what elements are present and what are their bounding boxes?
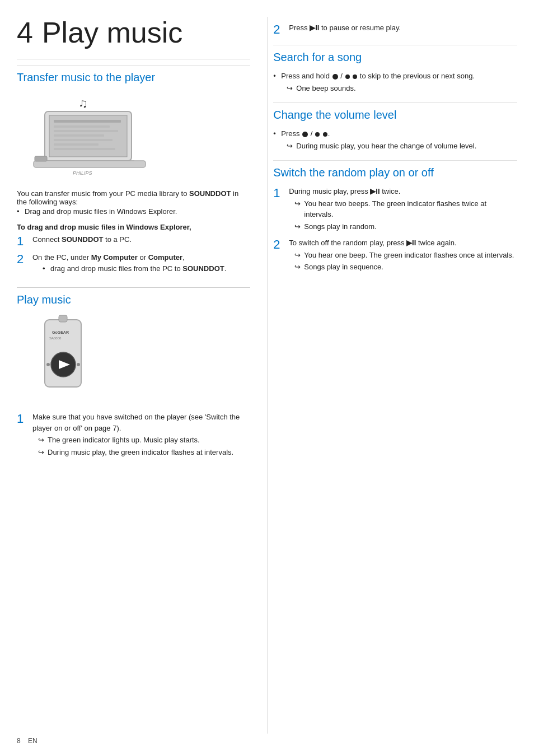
player-image: GoGEAR SA0000 [28, 314, 101, 404]
section-divider-top [17, 59, 250, 59]
step-2-content: On the PC, under My Computer or Computer… [32, 252, 250, 277]
svg-text:GoGEAR: GoGEAR [52, 330, 69, 334]
svg-rect-6 [54, 134, 104, 137]
random-step-2-number: 2 [273, 237, 289, 252]
svg-rect-7 [54, 139, 113, 141]
random-step-2-arrow1: ↪ You hear one beep. The green indicator… [294, 250, 517, 261]
page: 4Play music Transfer music to the player… [0, 0, 534, 756]
svg-rect-9 [54, 148, 115, 150]
play-step-1-arrow2: ↪ During music play, the green indicator… [38, 447, 250, 458]
random-step-1-content: During music play, press ▶II twice. ↪ Yo… [289, 186, 517, 233]
step-2-subbullet: drag and drop music files from the PC to… [43, 263, 250, 274]
transfer-description: You can transfer music from your PC medi… [17, 189, 250, 206]
page-footer: 8 EN [17, 737, 38, 745]
random-step-1: 1 During music play, press ▶II twice. ↪ … [273, 186, 517, 233]
volume-bullet-item: Press / . ↪ During music play, you hear … [273, 128, 517, 151]
random-step-1-number: 1 [273, 186, 289, 200]
svg-rect-10 [34, 161, 146, 167]
svg-point-19 [46, 363, 50, 366]
play-step-1: 1 Make sure that you have switched on th… [17, 412, 250, 459]
play-step-1-number: 1 [17, 412, 32, 426]
svg-text:PHILIPS: PHILIPS [73, 170, 92, 176]
chapter-heading: 4Play music [17, 17, 250, 49]
transfer-bullet-item: Drag and drop music files in Windows Exp… [17, 206, 250, 217]
play-step-1-arrow1: ↪ The green indicator lights up. Music p… [38, 435, 250, 446]
dot-icon-3 [353, 74, 357, 79]
volume-section-heading: Change the volume level [273, 102, 517, 122]
step-2-number: 2 [17, 252, 32, 267]
chapter-number: 4 [17, 16, 33, 49]
player-svg: GoGEAR SA0000 [28, 314, 101, 401]
dot-icon-1 [332, 74, 338, 80]
dot-icon-vol-3 [323, 132, 327, 137]
transfer-step-1: 1 Connect SOUNDDOT to a PC. [17, 234, 250, 249]
svg-text:♫: ♫ [78, 96, 88, 110]
svg-point-20 [77, 363, 80, 366]
random-step-2-arrow2: ↪ Songs play in sequence. [294, 262, 517, 273]
search-bullet-item: Press and hold / to skip to the previous… [273, 71, 517, 94]
random-step-1-arrow1: ↪ You hear two beeps. The green indicato… [294, 198, 517, 220]
left-column: 4Play music Transfer music to the player… [17, 17, 267, 734]
subsection-heading: To drag and drop music files in Windows … [17, 223, 250, 231]
svg-rect-21 [59, 315, 67, 322]
volume-arrow1: ↪ During music play, you hear the change… [287, 141, 517, 152]
random-step-2-content: To switch off the random play, press ▶II… [289, 237, 517, 274]
transfer-section-heading: Transfer music to the player [17, 65, 250, 84]
random-section-heading: Switch the random play on or off [273, 160, 517, 179]
right-column: 2 Press ▶II to pause or resume play. Sea… [267, 17, 517, 734]
svg-rect-3 [54, 120, 121, 123]
search-arrow1: ↪ One beep sounds. [287, 83, 517, 94]
dot-icon-vol-1 [302, 132, 308, 137]
svg-rect-4 [54, 125, 110, 128]
play-music-heading: Play music [17, 293, 250, 306]
right-step-2-content: Press ▶II to pause or resume play. [289, 22, 517, 34]
transfer-image: ♫ PHILIPS [28, 92, 151, 181]
svg-rect-12 [35, 156, 47, 161]
play-step-1-content: Make sure that you have switched on the … [32, 412, 250, 459]
search-section-heading: Search for a song [273, 45, 517, 64]
random-step-2: 2 To switch off the random play, press ▶… [273, 237, 517, 274]
step-1-number: 1 [17, 234, 32, 249]
step-1-content: Connect SOUNDDOT to a PC. [32, 234, 250, 245]
search-bullet-list: Press and hold / to skip to the previous… [273, 71, 517, 94]
dot-icon-2 [345, 74, 350, 79]
svg-rect-5 [54, 130, 118, 132]
random-step-1-arrow2: ↪ Songs play in random. [294, 221, 517, 232]
svg-rect-8 [54, 143, 99, 146]
right-step-2-number: 2 [273, 22, 289, 37]
laptop-svg: ♫ PHILIPS [28, 92, 151, 179]
right-step-2: 2 Press ▶II to pause or resume play. [273, 22, 517, 37]
dot-icon-vol-2 [315, 132, 320, 137]
volume-bullet-list: Press / . ↪ During music play, you hear … [273, 128, 517, 151]
transfer-step-2: 2 On the PC, under My Computer or Comput… [17, 252, 250, 277]
transfer-bullet-list: Drag and drop music files in Windows Exp… [17, 206, 250, 217]
svg-text:SA0000: SA0000 [49, 337, 62, 340]
chapter-title: Play music [42, 16, 182, 49]
play-section-divider [17, 287, 250, 288]
